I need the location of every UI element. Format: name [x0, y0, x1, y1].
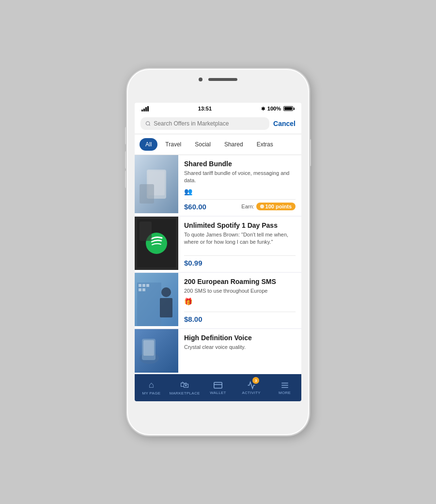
offer-bottom-shared-bundle: $60.00 Earn: 100 points — [184, 199, 296, 211]
svg-rect-12 — [139, 284, 141, 287]
svg-rect-9 — [140, 221, 152, 241]
search-bar: Cancel — [135, 113, 301, 134]
offer-card-hd-voice[interactable]: High Definition Voice Crystal clear voic… — [135, 329, 301, 374]
nav-marketplace[interactable]: 🛍 MARKETPLACE — [168, 374, 202, 401]
svg-rect-15 — [139, 288, 141, 291]
points-pill: 100 points — [256, 203, 296, 210]
points-dot — [260, 205, 264, 208]
speaker-bar — [208, 78, 237, 81]
status-right: ✱ 100% — [261, 106, 295, 111]
nav-wallet[interactable]: WALLET — [202, 374, 235, 401]
phone-screen: 13:51 ✱ 100% Cancel All Trav — [135, 103, 301, 401]
points-value: 100 points — [265, 204, 292, 209]
signal-icon — [141, 106, 149, 111]
offer-card-roaming[interactable]: 200 European Roaming SMS 200 SMS to use … — [135, 273, 301, 328]
offer-title-roaming: 200 European Roaming SMS — [184, 278, 296, 285]
tab-extras[interactable]: Extras — [251, 138, 279, 151]
status-time: 13:51 — [198, 106, 212, 111]
my-page-icon: ⌂ — [149, 380, 154, 390]
nav-my-page[interactable]: ⌂ MY PAGE — [135, 374, 168, 401]
my-page-label: MY PAGE — [142, 391, 160, 395]
search-icon — [145, 121, 151, 126]
offer-image-roaming — [135, 273, 178, 328]
wallet-label: WALLET — [210, 391, 226, 395]
bluetooth-icon: ✱ — [261, 106, 265, 111]
offer-image-shared-bundle — [135, 155, 178, 215]
offer-card-spotify[interactable]: Unlimited Spotify 1 Day Pass To quote Ja… — [135, 217, 301, 272]
wallet-icon — [214, 381, 222, 390]
offer-price-shared-bundle: $60.00 — [184, 203, 206, 211]
svg-point-17 — [161, 287, 171, 297]
offers-list: Shared Bundle Shared tariff bundle of vo… — [135, 155, 301, 374]
search-input[interactable] — [154, 120, 265, 127]
earn-badge: Earn: 100 points — [241, 203, 296, 210]
svg-rect-23 — [214, 382, 222, 388]
offer-price-spotify: $0.99 — [184, 259, 202, 267]
offer-desc-spotify: To quote James Brown: "Don't tell me whe… — [184, 231, 296, 246]
offer-title-spotify: Unlimited Spotify 1 Day Pass — [184, 221, 296, 229]
svg-rect-16 — [142, 288, 145, 291]
offer-details-roaming: 200 European Roaming SMS 200 SMS to use … — [178, 273, 301, 328]
offer-icon-roaming: 🎁 — [184, 298, 296, 305]
svg-rect-13 — [142, 284, 145, 287]
offer-desc-hd-voice: Crystal clear voice quality. — [184, 344, 296, 351]
offer-image-hd-voice — [135, 329, 178, 374]
tab-shared[interactable]: Shared — [218, 138, 249, 151]
offer-details-shared-bundle: Shared Bundle Shared tariff bundle of vo… — [178, 155, 301, 216]
battery-icon — [283, 106, 295, 111]
marketplace-icon: 🛍 — [180, 380, 189, 390]
svg-point-0 — [146, 122, 149, 125]
status-bar: 13:51 ✱ 100% — [135, 103, 301, 113]
more-label: MORE — [279, 391, 291, 395]
svg-rect-22 — [143, 340, 154, 356]
bottom-nav: ⌂ MY PAGE 🛍 MARKETPLACE WALLET 3 ACTIVIT… — [135, 374, 301, 401]
offer-details-spotify: Unlimited Spotify 1 Day Pass To quote Ja… — [178, 217, 301, 272]
svg-rect-19 — [135, 329, 178, 373]
camera-dot — [199, 78, 202, 81]
filter-tabs: All Travel Social Shared Extras — [135, 134, 301, 155]
cancel-button[interactable]: Cancel — [273, 120, 296, 127]
phone-device: 13:51 ✱ 100% Cancel All Trav — [126, 68, 310, 436]
more-icon — [280, 381, 289, 390]
phone-top-bar — [127, 78, 309, 81]
nav-activity[interactable]: 3 ACTIVITY — [234, 374, 268, 401]
tab-social[interactable]: Social — [189, 138, 217, 151]
offer-desc-shared-bundle: Shared tariff bundle of voice, messaging… — [184, 170, 296, 185]
offer-image-spotify — [135, 217, 178, 272]
offer-title-shared-bundle: Shared Bundle — [184, 160, 296, 168]
earn-label: Earn: — [241, 204, 254, 209]
activity-label: ACTIVITY — [242, 391, 261, 395]
tab-all[interactable]: All — [140, 138, 157, 151]
offer-bottom-spotify: $0.99 — [184, 255, 296, 267]
marketplace-label: MARKETPLACE — [170, 391, 200, 395]
offer-price-roaming: $8.00 — [184, 315, 202, 323]
nav-more[interactable]: MORE — [268, 374, 301, 401]
offer-desc-roaming: 200 SMS to use throughout Europe — [184, 287, 296, 295]
offer-title-hd-voice: High Definition Voice — [184, 334, 296, 342]
svg-rect-18 — [160, 298, 172, 317]
svg-rect-5 — [140, 184, 154, 204]
offer-icon-shared: 👥 — [184, 188, 296, 195]
activity-badge: 3 — [252, 377, 259, 384]
battery-percent: 100% — [267, 106, 281, 111]
tab-travel[interactable]: Travel — [159, 138, 187, 151]
offer-bottom-roaming: $8.00 — [184, 312, 296, 323]
svg-rect-14 — [146, 284, 149, 287]
offer-details-hd-voice: High Definition Voice Crystal clear voic… — [178, 329, 301, 374]
status-left — [141, 106, 149, 111]
offer-card-shared-bundle[interactable]: Shared Bundle Shared tariff bundle of vo… — [135, 155, 301, 216]
search-input-container[interactable] — [140, 117, 269, 130]
